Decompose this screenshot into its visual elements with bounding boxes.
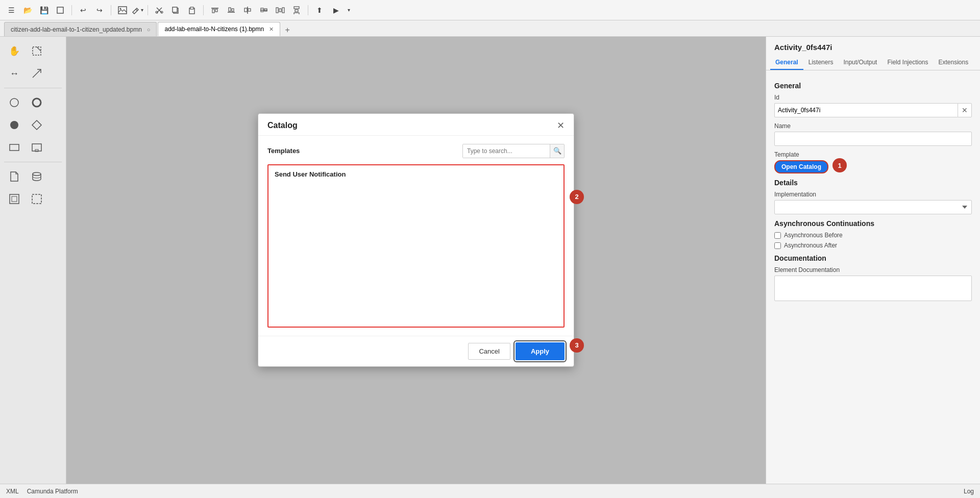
step-badge-3: 3 <box>570 338 584 353</box>
tab-0[interactable]: citizen-add-lab-email-to-1-citizen_updat… <box>4 22 157 36</box>
align4-btn[interactable] <box>257 3 271 17</box>
undo-btn[interactable]: ↩ <box>76 3 90 17</box>
svg-rect-37 <box>10 144 19 151</box>
align1-btn[interactable] <box>208 3 222 17</box>
cancel-button[interactable]: Cancel <box>468 343 510 360</box>
open-catalog-wrapper: Open Catalog 1 <box>774 160 828 173</box>
tab-1[interactable]: add-lab-email-to-N-citizens (1).bpmn ✕ <box>158 22 280 36</box>
filled-circle-tool[interactable] <box>4 115 24 135</box>
svg-rect-27 <box>294 7 299 9</box>
save-btn[interactable]: 💾 <box>37 3 51 17</box>
bottom-bar: XML Camunda Platform Log <box>0 484 980 498</box>
template-field-group: Template Open Catalog 1 <box>774 151 972 173</box>
async-after-label[interactable]: Asynchronous After <box>774 242 972 249</box>
tab-extensions[interactable]: Extensions <box>934 56 974 70</box>
svg-point-34 <box>33 98 41 107</box>
id-field-group: Id ✕ <box>774 94 972 117</box>
svg-rect-1 <box>118 7 127 14</box>
svg-rect-11 <box>190 7 193 9</box>
run-btn[interactable]: ▶ <box>329 3 343 17</box>
catalog-search-input[interactable] <box>463 144 550 158</box>
async-section-title: Asynchronous Continuations <box>774 219 972 228</box>
align3-btn[interactable] <box>240 3 255 17</box>
svg-rect-30 <box>33 47 41 55</box>
apply-container: Apply 3 <box>516 342 565 360</box>
copy-btn[interactable] <box>168 3 183 17</box>
catalog-list-item-0[interactable]: Send User Notification <box>268 165 564 183</box>
paste-btn[interactable] <box>185 3 199 17</box>
catalog-search-row: Templates 🔍 <box>267 144 565 158</box>
catalog-close-btn[interactable]: ✕ <box>557 121 565 130</box>
right-panel: Activity_0fs447i General Listeners Input… <box>766 37 980 484</box>
toolbar-sep-5 <box>308 5 308 15</box>
circle-tool[interactable] <box>4 92 24 113</box>
element-doc-textarea[interactable] <box>774 276 972 301</box>
name-field-group: Name <box>774 122 972 146</box>
frame-tool[interactable] <box>4 189 24 209</box>
tab-general[interactable]: General <box>770 56 803 70</box>
subtask-tool[interactable] <box>27 137 47 158</box>
bottom-log-label[interactable]: Log <box>964 488 974 495</box>
catalog-dialog: Catalog ✕ Templates 🔍 Send User <box>258 113 574 367</box>
badge3-container: Cancel <box>468 342 510 360</box>
async-before-text: Asynchronous Before <box>784 232 843 239</box>
id-input[interactable] <box>774 103 958 117</box>
tab-listeners[interactable]: Listeners <box>803 56 839 70</box>
connect-tool[interactable]: ↔ <box>4 63 24 84</box>
lasso-tool[interactable] <box>27 41 47 61</box>
svg-rect-20 <box>248 9 251 11</box>
doc-tool[interactable] <box>4 166 24 187</box>
id-field-wrapper: ✕ <box>774 103 972 117</box>
menu-btn[interactable]: ☰ <box>4 3 18 17</box>
cut-btn[interactable] <box>152 3 166 17</box>
arrow-tool[interactable] <box>27 63 47 84</box>
svg-rect-0 <box>57 7 63 13</box>
svg-line-3 <box>136 9 137 11</box>
thick-circle-tool[interactable] <box>27 92 47 113</box>
diamond-tool[interactable] <box>27 115 47 135</box>
edit-dropdown[interactable]: ▾ <box>132 6 143 14</box>
catalog-section-label: Templates <box>267 147 300 155</box>
align2-btn[interactable] <box>224 3 238 17</box>
catalog-list: Send User Notification <box>267 164 565 328</box>
implementation-select[interactable] <box>774 200 972 214</box>
svg-rect-43 <box>32 194 41 204</box>
name-input[interactable] <box>774 132 972 146</box>
search-icon: 🔍 <box>550 144 564 158</box>
tab-input-output[interactable]: Input/Output <box>838 56 882 70</box>
open-catalog-btn[interactable]: Open Catalog <box>774 160 828 173</box>
run-dropdown-btn[interactable]: ▾ <box>345 3 352 17</box>
svg-point-2 <box>120 8 121 9</box>
dist-h-btn[interactable] <box>273 3 287 17</box>
svg-line-31 <box>37 47 41 51</box>
async-before-checkbox[interactable] <box>774 232 781 239</box>
activity-title: Activity_0fs447i <box>766 37 980 56</box>
step-badge-1: 1 <box>832 158 847 172</box>
tab-1-close[interactable]: ✕ <box>269 26 274 33</box>
svg-rect-13 <box>212 9 214 13</box>
canvas-area[interactable]: Catalog ✕ Templates 🔍 Send User <box>66 37 766 484</box>
tool-row-6 <box>4 166 62 187</box>
rect-tool[interactable] <box>4 137 24 158</box>
tab-field-injections[interactable]: Field Injections <box>882 56 933 70</box>
image-btn[interactable] <box>115 3 130 17</box>
async-after-checkbox[interactable] <box>774 242 781 249</box>
export-btn[interactable] <box>53 3 67 17</box>
hand-tool[interactable]: ✋ <box>4 41 24 61</box>
redo-btn[interactable]: ↪ <box>92 3 107 17</box>
open-btn[interactable]: 📂 <box>20 3 35 17</box>
apply-button[interactable]: Apply <box>516 342 565 360</box>
svg-rect-25 <box>279 9 281 12</box>
db-tool[interactable] <box>27 166 47 187</box>
upload-btn[interactable]: ⬆ <box>312 3 327 17</box>
async-before-label[interactable]: Asynchronous Before <box>774 232 972 239</box>
region-tool[interactable] <box>27 189 47 209</box>
tool-row-7 <box>4 189 62 209</box>
dist-v-btn[interactable] <box>289 3 304 17</box>
bottom-xml-label[interactable]: XML <box>6 488 19 495</box>
documentation-section-title: Documentation <box>774 254 972 262</box>
toolbar-sep-2 <box>111 5 111 15</box>
tab-add-btn[interactable]: + <box>281 24 293 36</box>
id-clear-btn[interactable]: ✕ <box>958 103 972 117</box>
tool-row-1: ✋ <box>4 41 62 61</box>
